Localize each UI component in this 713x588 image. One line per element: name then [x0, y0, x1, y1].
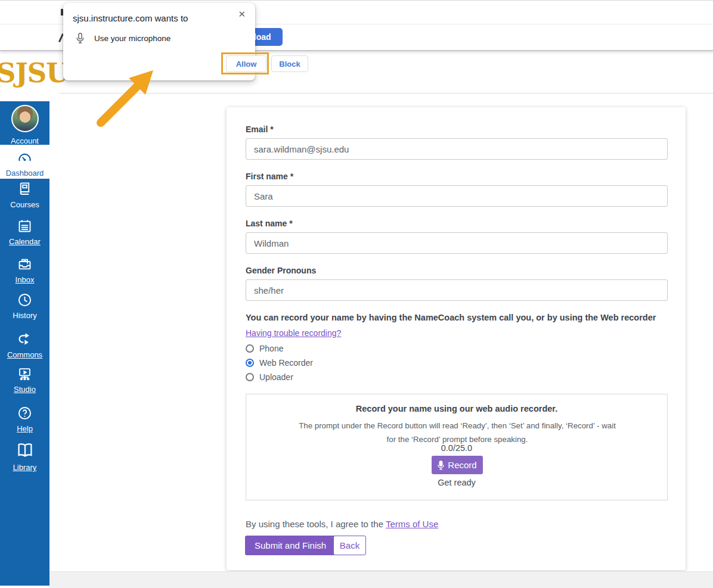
web-recorder-panel: Record your name using our web audio rec…	[246, 394, 668, 500]
last-name-field[interactable]	[246, 232, 668, 254]
radio-option-uploader[interactable]: Uploader	[246, 372, 293, 382]
sjsu-logo: SJSU	[0, 57, 69, 89]
sidebar-item-history[interactable]: History	[0, 292, 49, 321]
sidebar-item-label: Help	[17, 425, 33, 433]
permission-request-row: Use your microphone	[76, 33, 170, 43]
recorder-status-text: Get ready	[246, 478, 667, 487]
recording-timer: 0.0/25.0	[246, 443, 667, 453]
sidebar-item-label: Studio	[14, 385, 36, 393]
calendar-icon	[17, 218, 33, 234]
radio-circle-selected[interactable]	[246, 359, 254, 367]
radio-label: Web Recorder	[259, 358, 313, 368]
radio-option-phone[interactable]: Phone	[246, 344, 283, 353]
commons-share-icon	[17, 331, 33, 347]
email-label: Email *	[246, 125, 274, 134]
back-button[interactable]: Back	[333, 536, 366, 555]
global-navigation-sidebar: Account Dashboard Courses Calendar Inbox…	[0, 101, 49, 586]
first-name-label: First name *	[246, 172, 293, 181]
sidebar-item-calendar[interactable]: Calendar	[0, 218, 49, 247]
courses-book-icon	[17, 181, 33, 197]
permission-request-text: Use your microphone	[94, 34, 170, 43]
close-icon[interactable]: ✕	[235, 8, 248, 21]
sidebar-item-library[interactable]: Library	[0, 441, 49, 472]
sidebar-item-inbox[interactable]: Inbox	[0, 256, 49, 285]
library-open-book-icon	[16, 441, 35, 460]
sidebar-item-commons[interactable]: Commons	[0, 331, 49, 360]
help-question-icon	[17, 405, 33, 421]
sidebar-item-label: Commons	[7, 351, 42, 359]
terms-of-use-link[interactable]: Terms of Use	[386, 519, 438, 529]
block-button[interactable]: Block	[271, 55, 308, 72]
sidebar-item-courses[interactable]: Courses	[0, 181, 49, 210]
email-field[interactable]	[246, 138, 668, 160]
first-name-field[interactable]	[246, 185, 668, 207]
microphone-icon	[438, 461, 444, 470]
sidebar-item-dashboard[interactable]: Dashboard	[0, 145, 49, 179]
sidebar-item-account[interactable]: Account	[0, 105, 49, 146]
history-clock-icon	[17, 292, 33, 308]
prompt-line-1: The prompt under the Record button will …	[299, 421, 616, 430]
radio-circle[interactable]	[246, 344, 254, 353]
sidebar-item-label: Dashboard	[6, 169, 44, 177]
dialog-origin-text: sjsu.instructure.com wants to	[73, 13, 188, 23]
bottom-gray-strip	[49, 571, 713, 588]
gender-pronouns-label: Gender Pronouns	[246, 266, 316, 275]
sidebar-item-label: Account	[11, 137, 39, 145]
sidebar-item-studio[interactable]: Studio	[0, 366, 49, 394]
recorder-prompt-text: The prompt under the Record button will …	[290, 419, 624, 447]
annotation-arrow	[86, 58, 164, 130]
record-button-label: Record	[448, 460, 476, 470]
dashboard-gauge-icon	[17, 150, 33, 166]
radio-label: Uploader	[259, 372, 293, 382]
terms-prefix: By using these tools, I agree to the	[246, 519, 386, 529]
studio-monitor-icon	[17, 366, 33, 382]
sidebar-item-label: Calendar	[9, 238, 41, 245]
sidebar-item-help[interactable]: Help	[0, 405, 49, 434]
sidebar-item-label: Inbox	[16, 276, 35, 284]
gender-pronouns-field[interactable]	[246, 279, 668, 301]
sidebar-item-label: History	[13, 312, 36, 319]
terms-agreement-text: By using these tools, I agree to the Ter…	[246, 519, 438, 529]
sidebar-item-label: Library	[13, 463, 37, 471]
user-avatar	[11, 105, 39, 132]
allow-button-highlight-box	[221, 52, 269, 74]
radio-circle[interactable]	[246, 373, 254, 381]
radio-label: Phone	[259, 344, 283, 353]
recorder-title: Record your name using our web audio rec…	[246, 404, 667, 413]
inbox-icon	[17, 256, 33, 272]
microphone-icon	[76, 33, 84, 43]
having-trouble-link[interactable]: Having trouble recording?	[246, 328, 341, 338]
namecoach-form-card: Email * First name * Last name * Gender …	[227, 107, 686, 570]
record-button[interactable]: Record	[432, 456, 483, 474]
sidebar-item-label: Courses	[10, 201, 39, 209]
last-name-label: Last name *	[246, 219, 293, 228]
record-instruction-text: You can record your name by having the N…	[246, 313, 663, 322]
radio-option-web-recorder[interactable]: Web Recorder	[246, 358, 313, 368]
submit-and-finish-button[interactable]: Submit and Finish	[245, 536, 336, 555]
